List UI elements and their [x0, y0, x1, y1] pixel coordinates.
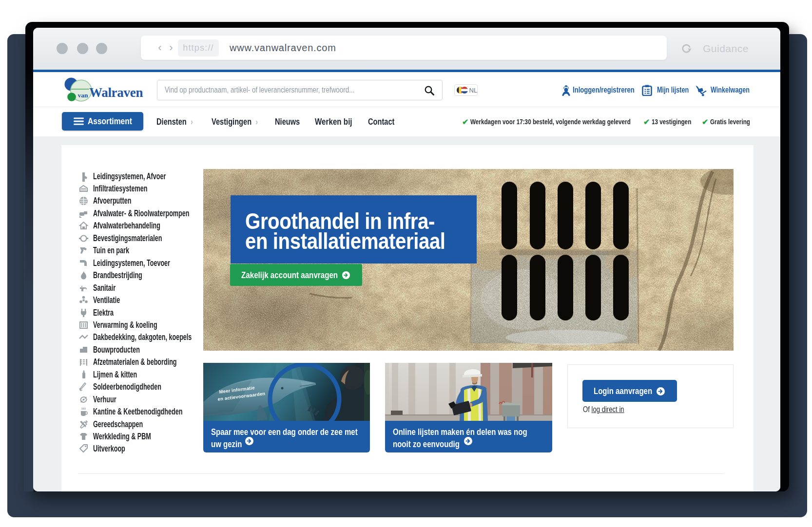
svg-text:van: van — [78, 92, 89, 99]
svg-text:NL: NL — [469, 87, 478, 94]
svg-text:Walraven: Walraven — [89, 85, 143, 100]
